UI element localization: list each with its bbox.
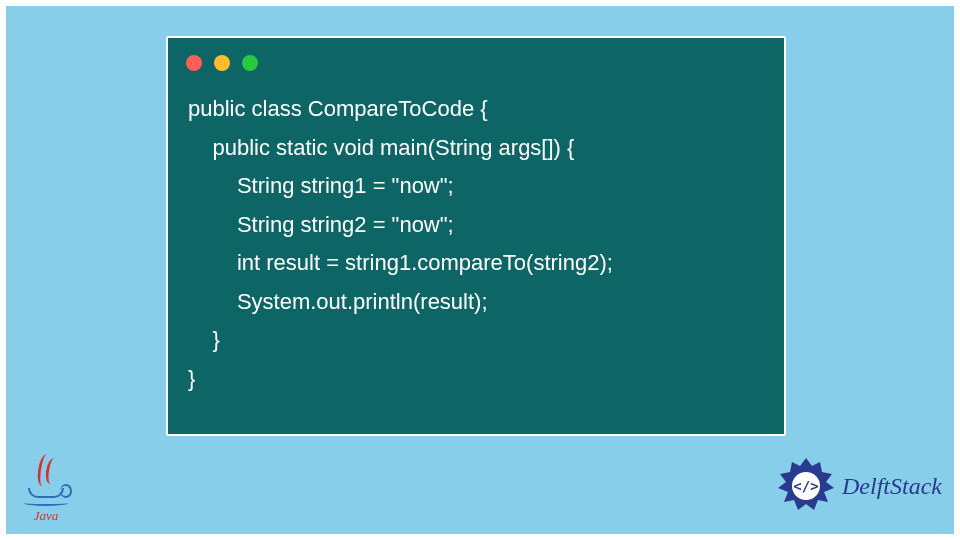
code-block: public class CompareToCode { public stat… bbox=[168, 78, 784, 418]
code-line: } bbox=[188, 327, 220, 352]
java-cup-icon bbox=[28, 488, 64, 498]
delftstack-emblem-icon: </> bbox=[776, 456, 836, 516]
delftstack-logo-text: DelftStack bbox=[842, 473, 942, 500]
delftstack-logo: </> DelftStack bbox=[776, 456, 942, 516]
java-saucer-icon bbox=[24, 500, 68, 506]
java-logo: Java bbox=[20, 452, 72, 524]
svg-text:</>: </> bbox=[793, 478, 818, 494]
java-logo-label: Java bbox=[34, 508, 59, 524]
code-line: String string1 = "now"; bbox=[188, 173, 454, 198]
java-steam-icon bbox=[32, 452, 60, 492]
slide-canvas: public class CompareToCode { public stat… bbox=[0, 0, 960, 540]
code-line: public static void main(String args[]) { bbox=[188, 135, 574, 160]
minimize-icon bbox=[214, 55, 230, 71]
window-titlebar bbox=[168, 48, 784, 78]
code-line: } bbox=[188, 366, 195, 391]
code-window: public class CompareToCode { public stat… bbox=[166, 36, 786, 436]
code-line: public class CompareToCode { bbox=[188, 96, 488, 121]
maximize-icon bbox=[242, 55, 258, 71]
code-line: System.out.println(result); bbox=[188, 289, 488, 314]
code-line: String string2 = "now"; bbox=[188, 212, 454, 237]
code-line: int result = string1.compareTo(string2); bbox=[188, 250, 613, 275]
close-icon bbox=[186, 55, 202, 71]
